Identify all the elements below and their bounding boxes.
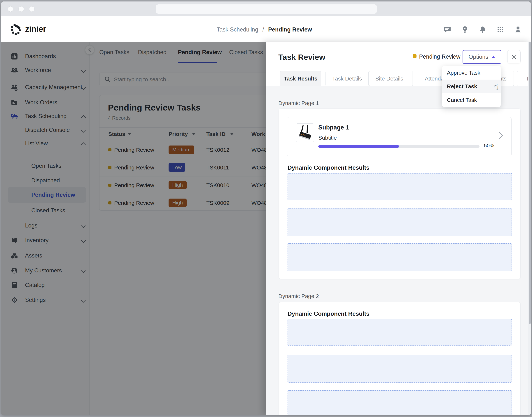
dynamic-component-placeholder [288, 319, 512, 345]
drawer-content: Dynamic Page 1 [266, 86, 531, 415]
app-header: zinier Task Scheduling / Pending Review [1, 16, 531, 42]
apps-grid-icon[interactable] [497, 26, 504, 33]
chevron-right-icon[interactable] [496, 132, 503, 139]
drawer-status-badge: Pending Review [419, 53, 460, 60]
window-titlebar [1, 1, 531, 16]
window-zoom-button[interactable] [29, 6, 35, 12]
dynamic-component-placeholder [288, 208, 512, 236]
menu-item-label: Reject Task [447, 83, 477, 90]
tab-task-results[interactable]: Task Results [280, 71, 321, 86]
options-button[interactable]: Options [463, 50, 501, 64]
scrollbar-thumb[interactable] [529, 42, 531, 324]
menu-item-cancel-task[interactable]: Cancel Task [442, 93, 501, 107]
status-dot [413, 54, 417, 58]
breadcrumb-separator: / [262, 26, 264, 33]
dynamic-component-placeholder [288, 173, 512, 200]
section-label: Dynamic Page 1 [278, 100, 319, 106]
close-button[interactable] [507, 50, 521, 63]
logo-wordmark[interactable]: zinier [25, 24, 46, 34]
router-image [296, 123, 314, 142]
tab-site-details[interactable]: Site Details [369, 71, 409, 86]
menu-item-approve-task[interactable]: Approve Task [442, 66, 501, 80]
chat-icon[interactable] [444, 26, 451, 33]
drawer-title: Task Review [278, 53, 325, 62]
task-review-drawer: Task Review Pending Review Options Task … [266, 42, 531, 415]
progress-fill [318, 145, 399, 148]
content-area: Dashboards Workforce Capacity Management… [1, 42, 531, 415]
tab-task-details[interactable]: Task Details [325, 71, 369, 86]
hand-cursor-icon: ☝ [493, 81, 499, 91]
options-button-label: Options [469, 54, 488, 60]
options-menu: Approve Task Reject Task ☝ Cancel Task [442, 66, 501, 107]
caret-up-icon [491, 56, 495, 58]
dynamic-page-1-card: Subpage 1 Subtitle 50% Dynamic Component… [279, 108, 521, 279]
modal-dim-overlay [1, 42, 266, 415]
results-heading: Dynamic Component Results [288, 164, 370, 171]
subpage-card[interactable]: Subpage 1 Subtitle 50% [287, 117, 511, 156]
dynamic-component-placeholder [288, 390, 512, 415]
url-bar[interactable] [156, 4, 377, 14]
progress-label: 50% [484, 143, 494, 149]
window-close-button[interactable] [8, 6, 13, 12]
zinier-logo-icon [10, 23, 22, 36]
subpage-subtitle: Subtitle [318, 135, 337, 141]
dynamic-component-placeholder [288, 355, 512, 383]
dynamic-page-2-card: Dynamic Component Results [279, 302, 521, 415]
drawer-scrollbar[interactable] [528, 42, 531, 415]
desktop: zinier Task Scheduling / Pending Review [0, 0, 532, 417]
section-label: Dynamic Page 2 [278, 293, 319, 299]
subpage-title: Subpage 1 [318, 124, 349, 131]
lightbulb-icon[interactable] [461, 26, 469, 33]
progress-bar [318, 145, 480, 148]
breadcrumb-section[interactable]: Task Scheduling [217, 26, 258, 33]
results-heading: Dynamic Component Results [288, 310, 370, 317]
bell-icon[interactable] [479, 26, 486, 33]
menu-item-reject-task[interactable]: Reject Task ☝ [442, 80, 501, 93]
user-icon[interactable] [514, 26, 522, 33]
breadcrumb: Task Scheduling / Pending Review [217, 26, 312, 33]
breadcrumb-current: Pending Review [268, 26, 312, 33]
dynamic-component-placeholder [288, 243, 512, 271]
window-minimize-button[interactable] [18, 6, 24, 12]
browser-window: zinier Task Scheduling / Pending Review [1, 1, 531, 415]
